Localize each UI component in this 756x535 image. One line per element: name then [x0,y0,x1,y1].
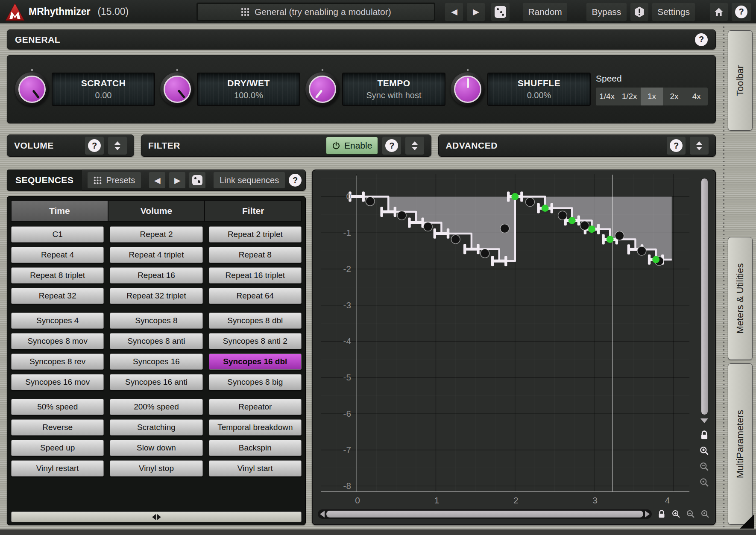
curve-shape-node[interactable] [481,249,489,258]
scratch-knob[interactable] [15,72,49,106]
advanced-help-button[interactable]: ? [667,137,686,155]
zoom-out-icon[interactable] [686,509,695,519]
step-handle-node[interactable] [350,195,363,198]
sequence-button-syncopes-16-anti[interactable]: Syncopes 16 anti [110,374,202,390]
window-resize-handle[interactable] [740,514,754,529]
green-point-node[interactable] [652,256,659,263]
curve-shape-node[interactable] [615,231,624,240]
horizontal-scrollbar-thumb[interactable] [326,511,643,517]
volume-collapse-button[interactable] [108,137,127,155]
help-button[interactable]: ? [732,3,751,21]
horizontal-scrollbar[interactable] [318,509,652,519]
curve-shape-node[interactable] [451,235,460,244]
sequence-tab-filter[interactable]: Filter [205,200,302,222]
zoom-fit-icon[interactable] [699,477,709,488]
sequence-button-repeator[interactable]: Repeator [209,399,302,415]
sequence-button-slow-down[interactable]: Slow down [110,440,202,456]
step-handle-node[interactable] [409,221,423,224]
sequence-button-200-speed[interactable]: 200% speed [110,399,202,415]
sequence-button-syncopes-8-rev[interactable]: Syncopes 8 rev [11,354,104,370]
knob-display[interactable]: SHUFFLE0.00% [487,73,591,106]
green-point-node[interactable] [588,225,595,233]
curve-shape-node[interactable] [637,246,646,255]
tab-multiparameters[interactable]: MultiParameters [728,363,753,525]
randomize-dice-button[interactable] [491,3,510,21]
sequence-randomize-button[interactable] [189,172,205,188]
sequence-button-syncopes-4[interactable]: Syncopes 4 [11,313,104,329]
sequence-button-syncopes-8[interactable]: Syncopes 8 [110,313,202,329]
sequence-button-repeat-8-triplet[interactable]: Repeat 8 triplet [11,267,104,284]
sequence-button-repeat-4[interactable]: Repeat 4 [11,247,104,263]
filter-help-button[interactable]: ? [382,137,401,155]
knob-display[interactable]: DRY/WET100.0% [197,73,300,106]
dry-wet-knob[interactable] [160,72,194,106]
knob-display[interactable]: SCRATCH0.00 [52,73,155,106]
sequence-button-50-speed[interactable]: 50% speed [11,399,104,415]
scroll-right-arrow-icon[interactable] [645,511,650,517]
scroll-down-arrow-icon[interactable] [700,418,708,423]
sequence-button-syncopes-8-mov[interactable]: Syncopes 8 mov [11,333,104,349]
green-point-node[interactable] [568,217,576,224]
sequence-button-syncopes-16-mov[interactable]: Syncopes 16 mov [11,374,104,390]
sequence-button-repeat-32-triplet[interactable]: Repeat 32 triplet [110,288,202,304]
sequence-button-reverse[interactable]: Reverse [11,419,104,436]
green-point-node[interactable] [607,236,614,243]
green-point-node[interactable] [542,205,549,212]
sequence-button-syncopes-8-big[interactable]: Syncopes 8 big [209,374,302,390]
zoom-fit-icon[interactable] [700,509,710,519]
curve-shape-node[interactable] [424,222,433,231]
sequence-button-temporal-breakdown[interactable]: Temporal breakdown [209,419,302,436]
curve-shape-node[interactable] [366,197,375,206]
sequence-previous-button[interactable]: ◀ [149,172,165,188]
preset-next-button[interactable]: ▶ [467,3,485,21]
step-handle-node[interactable] [435,232,448,235]
tempo-knob[interactable] [305,72,340,106]
step-handle-node[interactable] [381,210,395,213]
sequence-button-vinyl-restart[interactable]: Vinyl restart [11,460,104,477]
curve-shape-node[interactable] [580,221,589,230]
warning-button[interactable] [630,3,648,21]
volume-help-button[interactable]: ? [85,137,104,155]
sequence-button-repeat-2-triplet[interactable]: Repeat 2 triplet [209,226,302,243]
scroll-left-arrow-icon[interactable] [320,511,325,517]
sequence-button-repeat-16-triplet[interactable]: Repeat 16 triplet [209,267,302,284]
sequence-graph-plot[interactable]: 0-1-2-3-4-5-6-7-801234 [314,172,695,506]
sequence-tab-volume[interactable]: Volume [108,200,205,222]
speed-option-1-4x[interactable]: 1/4x [596,88,618,105]
green-point-node[interactable] [511,193,519,200]
preset-previous-button[interactable]: ◀ [445,3,463,21]
sequence-button-syncopes-8-anti[interactable]: Syncopes 8 anti [110,333,202,349]
sequence-button-c1[interactable]: C1 [11,226,104,243]
sequence-button-syncopes-16-dbl[interactable]: Syncopes 16 dbl [209,354,302,370]
preset-selector[interactable]: General (try enabling a modulator) [198,4,434,20]
filter-collapse-button[interactable] [405,137,424,155]
sequences-resize-handle[interactable] [11,512,302,522]
curve-shape-node[interactable] [397,211,406,220]
sequence-button-vinyl-stop[interactable]: Vinyl stop [110,460,202,477]
sequence-button-syncopes-8-dbl[interactable]: Syncopes 8 dbl [209,313,302,329]
speed-option-1x[interactable]: 1x [641,88,663,105]
link-sequences-button[interactable]: Link sequences [214,172,285,188]
lock-icon[interactable] [699,430,709,440]
curve-shape-node[interactable] [500,224,509,233]
sequence-button-repeat-32[interactable]: Repeat 32 [11,288,104,304]
tab-toolbar[interactable]: Toolbar [728,30,753,131]
sequence-button-repeat-4-triplet[interactable]: Repeat 4 triplet [110,247,202,263]
curve-shape-node[interactable] [558,211,567,220]
zoom-in-icon[interactable] [671,509,681,519]
home-button[interactable] [710,3,728,21]
zoom-out-icon[interactable] [699,462,709,472]
sequence-button-repeat-2[interactable]: Repeat 2 [110,226,202,243]
lock-icon[interactable] [657,509,666,519]
zoom-in-icon[interactable] [699,446,709,456]
knob-display[interactable]: TEMPOSync with host [342,73,445,106]
settings-button[interactable]: Settings [652,3,695,21]
step-handle-node[interactable] [492,260,506,263]
speed-option-2x[interactable]: 2x [663,88,685,105]
sequence-tab-time[interactable]: Time [11,200,108,222]
sequence-button-syncopes-8-anti-2[interactable]: Syncopes 8 anti 2 [209,333,302,349]
general-help-icon[interactable]: ? [695,33,708,46]
tab-meters-utilities[interactable]: Meters & Utilities [728,237,753,360]
sequence-button-backspin[interactable]: Backspin [209,440,302,456]
sequence-button-repeat-64[interactable]: Repeat 64 [209,288,302,304]
